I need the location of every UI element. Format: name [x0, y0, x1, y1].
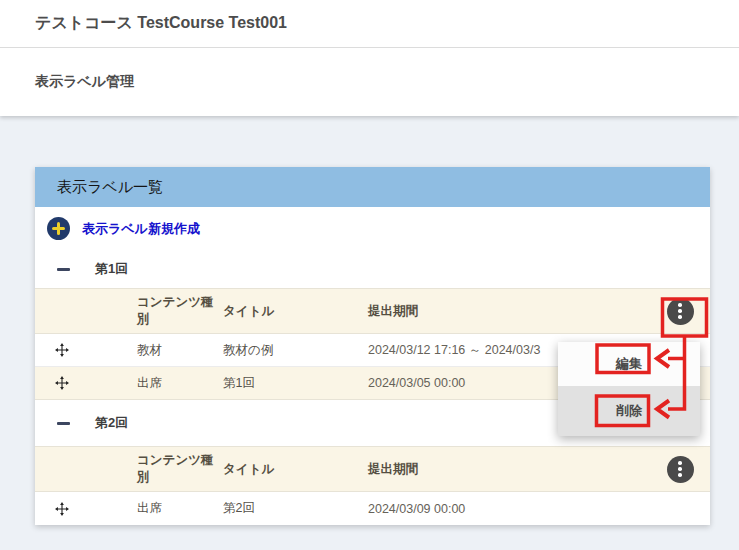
course-title: テストコース TestCourse Test001: [35, 13, 287, 34]
table-row: 出席 第2回 2024/03/09 00:00: [35, 492, 710, 525]
column-header-title: タイトル: [223, 303, 368, 320]
move-icon[interactable]: [55, 343, 69, 357]
course-title-row: テストコース TestCourse Test001: [0, 0, 739, 48]
column-header-period: 提出期間: [368, 303, 650, 320]
section-label: 第1回: [95, 260, 128, 278]
collapse-minus-icon[interactable]: [57, 422, 70, 425]
kebab-menu-icon[interactable]: [667, 298, 694, 325]
cell-type: 出席: [137, 500, 223, 517]
cell-type: 教材: [137, 342, 223, 359]
collapse-minus-icon[interactable]: [57, 268, 70, 271]
panel-header: 表示ラベル一覧: [35, 167, 710, 207]
cell-period: 2024/03/09 00:00: [368, 502, 650, 516]
column-header-type: コンテンツ種別: [137, 452, 223, 486]
cell-title: 教材の例: [223, 342, 368, 359]
table-header-row: コンテンツ種別 タイトル 提出期間: [35, 446, 710, 492]
cell-type: 出席: [137, 375, 223, 392]
kebab-menu-icon[interactable]: [667, 456, 694, 483]
cell-title: 第1回: [223, 375, 368, 392]
panel-title: 表示ラベル一覧: [57, 178, 163, 197]
section-header-1: 第1回: [35, 250, 710, 288]
column-header-period: 提出期間: [368, 461, 650, 478]
page-title: 表示ラベル管理: [35, 73, 134, 91]
create-label-link[interactable]: 表示ラベル新規作成: [82, 220, 200, 238]
menu-item-edit[interactable]: 編集: [558, 342, 700, 386]
plus-icon[interactable]: [47, 217, 70, 240]
table-header-row: コンテンツ種別 タイトル 提出期間: [35, 288, 710, 334]
move-icon[interactable]: [55, 376, 69, 390]
column-header-title: タイトル: [223, 461, 368, 478]
cell-title: 第2回: [223, 500, 368, 517]
page-title-row: 表示ラベル管理: [0, 48, 739, 116]
page-header: テストコース TestCourse Test001 表示ラベル管理: [0, 0, 739, 116]
section-label: 第2回: [95, 414, 128, 432]
context-menu: 編集 削除: [558, 342, 700, 436]
menu-item-delete[interactable]: 削除: [558, 386, 700, 436]
create-label-row[interactable]: 表示ラベル新規作成: [35, 207, 710, 250]
move-icon[interactable]: [55, 502, 69, 516]
column-header-type: コンテンツ種別: [137, 294, 223, 328]
